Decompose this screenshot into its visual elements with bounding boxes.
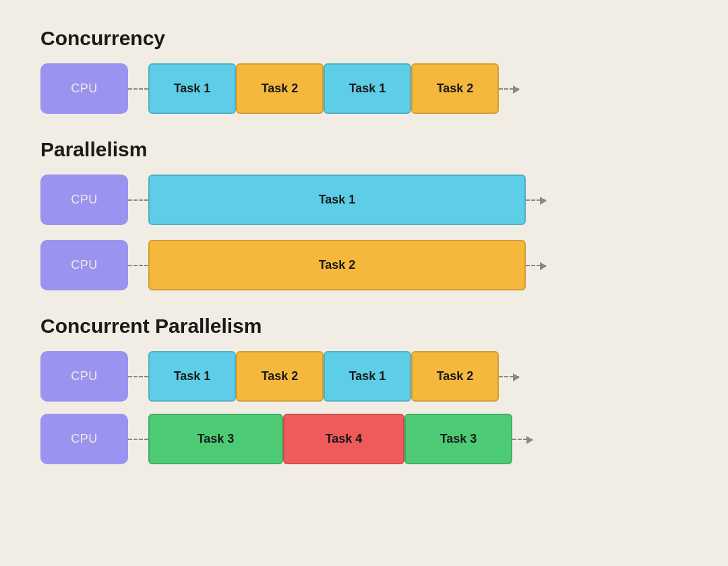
dashed-connector-p2 bbox=[128, 265, 148, 266]
cpu-box-parallelism-1: CPU bbox=[40, 175, 128, 225]
dashed-connector-p1 bbox=[128, 199, 148, 201]
task-box: Task 1 bbox=[148, 63, 236, 114]
dashed-connector-concurrency bbox=[128, 88, 148, 90]
parallelism-section: Parallelism CPU Task 1 CPU Task 2 bbox=[40, 138, 688, 290]
parallelism-row-1: CPU Task 1 bbox=[40, 175, 688, 225]
task-box: Task 2 bbox=[148, 240, 526, 290]
cpu-box-cp1: CPU bbox=[40, 351, 128, 402]
task-box: Task 2 bbox=[411, 351, 499, 402]
task-box: Task 1 bbox=[148, 351, 236, 402]
parallelism-tasks-1: Task 1 bbox=[148, 175, 526, 225]
task-box: Task 1 bbox=[324, 63, 411, 114]
cpu-box-parallelism-2: CPU bbox=[40, 240, 128, 290]
concurrent-parallelism-title: Concurrent Parallelism bbox=[40, 315, 688, 338]
concurrency-title: Concurrency bbox=[40, 27, 688, 50]
task-box: Task 2 bbox=[236, 351, 324, 402]
conc-par-row-2: CPU Task 3 Task 4 Task 3 bbox=[40, 414, 688, 464]
task-box: Task 3 bbox=[404, 414, 512, 464]
concurrency-row: CPU Task 1 Task 2 Task 1 Task 2 bbox=[40, 63, 688, 114]
arrow-right-concurrency bbox=[499, 88, 519, 90]
arrow-right-cp2 bbox=[512, 439, 533, 440]
parallelism-title: Parallelism bbox=[40, 138, 688, 161]
concurrency-section: Concurrency CPU Task 1 Task 2 Task 1 Tas… bbox=[40, 27, 688, 114]
task-box: Task 1 bbox=[148, 175, 526, 225]
conc-par-row-1: CPU Task 1 Task 2 Task 1 Task 2 bbox=[40, 351, 688, 402]
task-box: Task 2 bbox=[411, 63, 499, 114]
arrow-right-p1 bbox=[526, 199, 546, 201]
parallelism-row-2: CPU Task 2 bbox=[40, 240, 688, 290]
dashed-connector-cp2 bbox=[128, 439, 148, 440]
conc-par-tasks-2: Task 3 Task 4 Task 3 bbox=[148, 414, 512, 464]
conc-par-tasks-1: Task 1 Task 2 Task 1 Task 2 bbox=[148, 351, 499, 402]
arrow-right-cp1 bbox=[499, 376, 519, 377]
cpu-box-cp2: CPU bbox=[40, 414, 128, 464]
parallelism-tasks-2: Task 2 bbox=[148, 240, 526, 290]
task-box: Task 2 bbox=[236, 63, 324, 114]
concurrency-tasks: Task 1 Task 2 Task 1 Task 2 bbox=[148, 63, 499, 114]
task-box: Task 4 bbox=[283, 414, 404, 464]
cpu-box-concurrency: CPU bbox=[40, 63, 128, 114]
dashed-connector-cp1 bbox=[128, 376, 148, 377]
task-box: Task 3 bbox=[148, 414, 283, 464]
arrow-right-p2 bbox=[526, 265, 546, 266]
task-box: Task 1 bbox=[324, 351, 411, 402]
concurrent-parallelism-section: Concurrent Parallelism CPU Task 1 Task 2… bbox=[40, 315, 688, 464]
